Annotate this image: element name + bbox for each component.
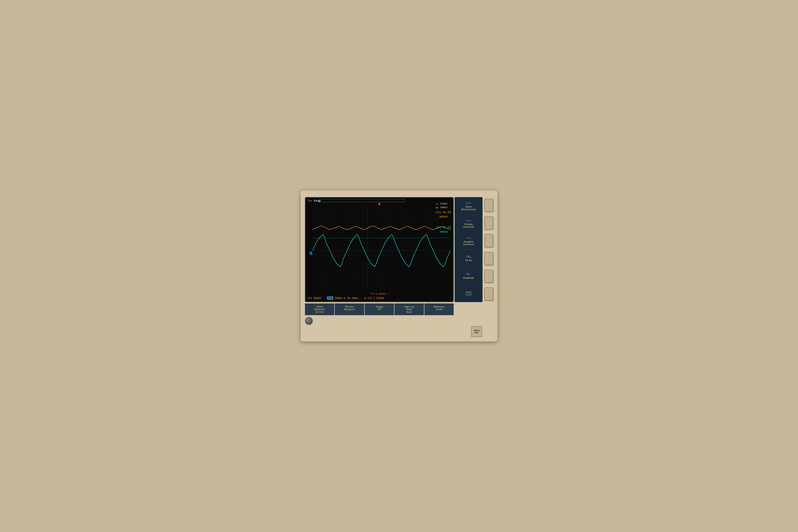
amplitude-menu-item[interactable]: ⊓⌐ Amplitude xyxy=(455,267,482,285)
top-bar xyxy=(319,199,405,202)
more-menu-item[interactable]: -more- 3 of 6 xyxy=(455,285,482,302)
side-button-3[interactable] xyxy=(484,234,493,247)
side-button-4[interactable] xyxy=(484,252,493,265)
right-menu-panel: ⎍⎍─ Select Measurement ⌐¬─ Positive Over… xyxy=(455,197,482,302)
delta-measurement: △: 970mV xyxy=(436,202,451,206)
ch2-pk-label: Ch2 Pk-Pk 960mV xyxy=(436,210,451,219)
waveform-grid xyxy=(310,204,453,288)
menu-off-button[interactable]: MENU OFF xyxy=(471,326,482,337)
remove-measurement-button[interactable]: Remove Measrmnt xyxy=(335,303,364,315)
ch1-pk-label: Ch1 Pk-Pk 300mV xyxy=(436,225,451,234)
time-offset: T→▼ 0.00000 s xyxy=(370,292,389,295)
select-measurement-button[interactable]: Select Measrmnt for Ch2 xyxy=(305,303,334,315)
high-low-setup-button[interactable]: High-Low Setup Auto xyxy=(394,303,424,315)
gating-off-button[interactable]: Gating Off xyxy=(365,303,394,315)
at-value: 940mV xyxy=(440,206,447,209)
oscilloscope-body: Tek Stop ▼ xyxy=(301,191,497,341)
bottom-buttons-row: Select Measrmnt for Ch2 Remove Measrmnt … xyxy=(305,303,454,315)
pk-pk-menu-item[interactable]: ⊓⊔ Pk-Pk xyxy=(455,250,482,267)
trigger-slope: ∫ xyxy=(374,297,375,300)
bottom-controls xyxy=(305,317,454,325)
trigger-src: A Ch1 xyxy=(364,297,372,300)
delta-label: △: xyxy=(436,202,439,205)
positive-overshoot-icon: ⌐¬─ xyxy=(466,219,471,222)
waveform-svg xyxy=(310,204,453,288)
negative-overshoot-icon: ─¬⌐ xyxy=(466,236,471,240)
ch1-value: 500mV xyxy=(314,297,321,300)
timebase: M1.00ms xyxy=(347,297,359,300)
ch2-waveform xyxy=(312,226,451,230)
impedance: Ω꜀ xyxy=(344,297,346,300)
side-button-2[interactable] xyxy=(484,216,493,229)
waveform-select-icon: ⎍⎍─ xyxy=(466,201,471,205)
ch1-label: Ch1 xyxy=(307,297,312,300)
ch2-marker: 2 xyxy=(309,251,312,255)
negative-overshoot-menu-item[interactable]: ─¬⌐ Negative Overshoot xyxy=(455,232,482,250)
amplitude-icon: ⊓⌐ xyxy=(467,272,471,276)
positive-overshoot-menu-item[interactable]: ⌐¬─ Positive Overshoot xyxy=(455,215,482,232)
ch2-value: 500mV xyxy=(335,297,342,300)
trigger-level: 870mV xyxy=(377,297,384,300)
at-label: @: xyxy=(436,206,439,209)
pk-pk-icon: ⊓⊔ xyxy=(466,255,471,258)
bottom-status-bar: Ch1 500mV Ch2 500mV Ω꜀ M1.00ms A Ch1 ∫ 8… xyxy=(307,297,451,300)
tek-label: Tek xyxy=(307,199,312,202)
side-button-6[interactable] xyxy=(484,287,493,301)
side-button-5[interactable] xyxy=(484,270,493,283)
reference-levels-button[interactable]: Reference Levels xyxy=(424,303,454,315)
at-measurement: @: 940mV xyxy=(436,206,451,210)
screen-area: Tek Stop ▼ xyxy=(305,197,454,325)
side-button-1[interactable] xyxy=(484,198,493,212)
measurements-overlay: △: 970mV @: 940mV Ch2 Pk-Pk 960mV Ch1 Pk… xyxy=(436,202,451,234)
select-measurement-menu-item[interactable]: ⎍⎍─ Select Measurement xyxy=(455,197,482,215)
left-knob[interactable] xyxy=(305,317,313,325)
trigger-indicator: ▼ xyxy=(377,202,381,207)
side-buttons-right xyxy=(484,197,493,302)
ch2-box: Ch2 xyxy=(327,297,333,300)
oscilloscope-screen: Tek Stop ▼ xyxy=(305,197,454,302)
delta-value: 970mV xyxy=(440,202,447,205)
